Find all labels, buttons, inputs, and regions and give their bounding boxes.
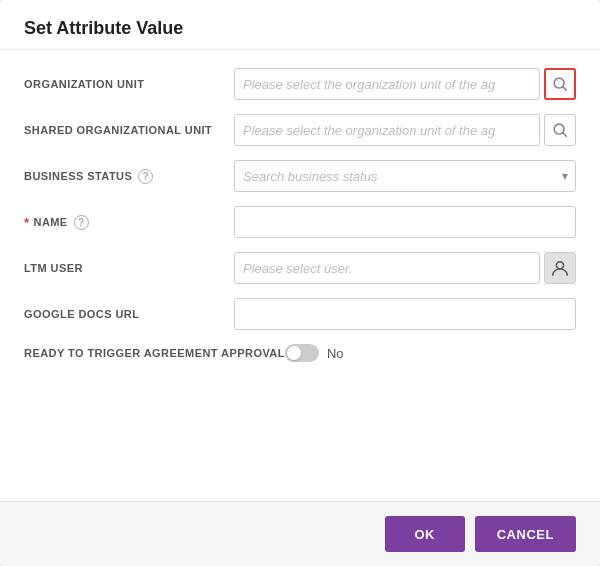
name-input[interactable] xyxy=(234,206,576,238)
name-help-icon[interactable]: ? xyxy=(74,215,89,230)
business-status-row: BUSINESS STATUS ? Search business status… xyxy=(24,160,576,192)
user-icon xyxy=(551,259,569,277)
svg-point-2 xyxy=(554,124,564,134)
ltm-user-input-group xyxy=(234,252,576,284)
cancel-button[interactable]: CANCEL xyxy=(475,516,576,552)
org-unit-search-button[interactable] xyxy=(544,68,576,100)
svg-point-0 xyxy=(554,78,564,88)
ltm-user-label: LTM USER xyxy=(24,262,234,274)
ready-to-trigger-toggle-group: No xyxy=(285,344,344,362)
shared-org-unit-search-button[interactable] xyxy=(544,114,576,146)
org-unit-row: ORGANIZATION UNIT xyxy=(24,68,576,100)
ltm-user-input[interactable] xyxy=(234,252,540,284)
ready-to-trigger-toggle[interactable] xyxy=(285,344,319,362)
business-status-help-icon[interactable]: ? xyxy=(138,169,153,184)
modal-footer: OK CANCEL xyxy=(0,501,600,566)
svg-point-4 xyxy=(556,262,563,269)
shared-org-unit-input-group xyxy=(234,114,576,146)
modal-title: Set Attribute Value xyxy=(24,18,183,38)
google-docs-url-label: GOOGLE DOCS URL xyxy=(24,308,234,320)
business-status-select-wrapper: Search business status ▾ xyxy=(234,160,576,192)
shared-org-unit-row: SHARED ORGANIZATIONAL UNIT xyxy=(24,114,576,146)
svg-line-3 xyxy=(563,133,566,136)
shared-org-unit-label: SHARED ORGANIZATIONAL UNIT xyxy=(24,124,234,136)
org-unit-input-group xyxy=(234,68,576,100)
modal-container: Set Attribute Value ORGANIZATION UNIT SH xyxy=(0,0,600,566)
ready-to-trigger-row: READY TO TRIGGER AGREEMENT APPROVAL No xyxy=(24,344,576,362)
name-row: * NAME ? xyxy=(24,206,576,238)
google-docs-url-row: GOOGLE DOCS URL xyxy=(24,298,576,330)
name-label: * NAME ? xyxy=(24,215,234,230)
modal-body: ORGANIZATION UNIT SHARED ORGANIZATIONAL … xyxy=(0,50,600,501)
google-docs-url-input[interactable] xyxy=(234,298,576,330)
toggle-knob xyxy=(287,346,301,360)
business-status-select[interactable]: Search business status xyxy=(234,160,576,192)
modal-header: Set Attribute Value xyxy=(0,0,600,50)
ok-button[interactable]: OK xyxy=(385,516,465,552)
ready-to-trigger-label: READY TO TRIGGER AGREEMENT APPROVAL xyxy=(24,347,285,359)
org-unit-label: ORGANIZATION UNIT xyxy=(24,78,234,90)
shared-org-unit-input[interactable] xyxy=(234,114,540,146)
svg-line-1 xyxy=(563,87,566,90)
toggle-no-label: No xyxy=(327,346,344,361)
required-star: * xyxy=(24,215,30,230)
search-icon xyxy=(551,121,569,139)
search-icon xyxy=(551,75,569,93)
business-status-label: BUSINESS STATUS ? xyxy=(24,169,234,184)
org-unit-input[interactable] xyxy=(234,68,540,100)
ltm-user-select-button[interactable] xyxy=(544,252,576,284)
ltm-user-row: LTM USER xyxy=(24,252,576,284)
